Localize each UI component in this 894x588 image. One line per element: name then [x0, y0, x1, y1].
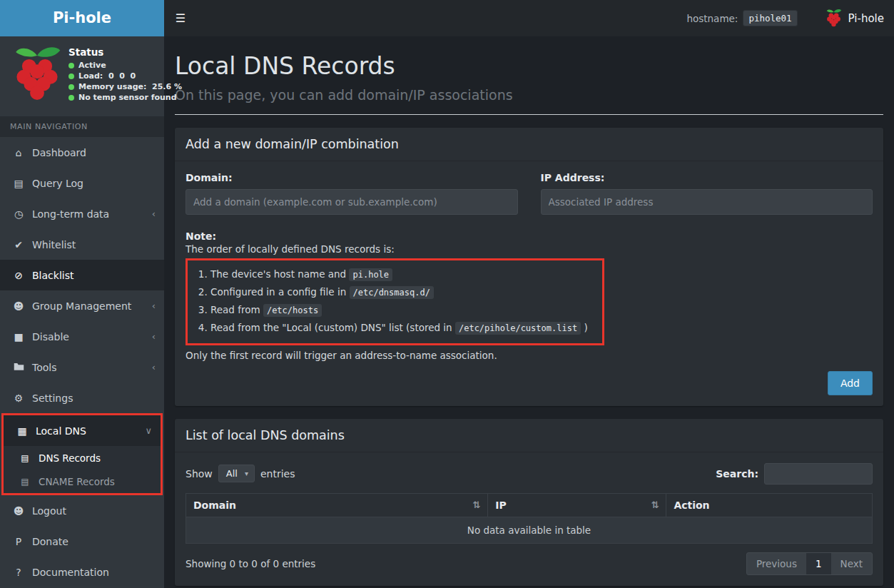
- sidebar-item-dashboard[interactable]: ⌂ Dashboard: [0, 137, 164, 168]
- sidebar-item-local-dns[interactable]: ▦ Local DNS ∨: [4, 415, 161, 446]
- table-info: Showing 0 to 0 of 0 entries: [186, 558, 315, 569]
- code-dnsmasq-dir: /etc/dnsmasq.d/: [350, 286, 434, 299]
- sidebar-item-query-log[interactable]: ▤ Query Log: [0, 168, 164, 198]
- status-panel: Status Active Load: 0 0 0 Memory usage: …: [0, 36, 164, 113]
- domain-input[interactable]: [186, 189, 518, 215]
- note-title: Note:: [186, 230, 873, 242]
- sidebar-item-label: Long-term data: [32, 208, 152, 220]
- page-subtitle: On this page, you can add domain/IP asso…: [175, 87, 883, 103]
- pihole-raspberry-icon: [825, 9, 843, 28]
- sidebar-item-disable[interactable]: ■ Disable ‹: [0, 321, 164, 352]
- add-domain-card-body: Domain: IP Address: Note: The order of l…: [175, 161, 883, 406]
- dns-order-list: The device's host name and pi.hole Confi…: [210, 265, 588, 337]
- add-button[interactable]: Add: [828, 371, 873, 395]
- sidebar-item-label: Group Management: [32, 300, 152, 312]
- sidebar-item-label: Disable: [32, 331, 152, 343]
- sidebar-item-logout[interactable]: ☻ Logout: [0, 495, 164, 526]
- domain-label: Domain:: [186, 172, 518, 183]
- status-temp: No temp sensor found: [68, 93, 182, 102]
- search-input[interactable]: [764, 463, 873, 485]
- ban-icon: ⊘: [10, 270, 27, 281]
- note-intro: The order of locally defined DNS records…: [186, 243, 873, 255]
- dns-list-card-title: List of local DNS domains: [175, 419, 883, 452]
- sidebar-item-label: Blacklist: [32, 270, 156, 281]
- entries-length-control: Show All ▾ entries: [186, 465, 295, 482]
- page-title: Local DNS Records: [175, 52, 883, 80]
- add-domain-card-title: Add a new domain/IP combination: [175, 128, 883, 161]
- sidebar-item-label: Local DNS: [36, 425, 145, 437]
- paypal-icon: P: [10, 536, 27, 547]
- local-dns-submenu: ▤ DNS Records ▤ CNAME Records: [4, 446, 161, 493]
- sidebar-item-label: Settings: [32, 392, 156, 404]
- dns-order-item: Read from /etc/hosts: [210, 301, 588, 319]
- hamburger-icon: ☰: [176, 11, 186, 25]
- sidebar-item-cname-records[interactable]: ▤ CNAME Records: [4, 470, 161, 493]
- empty-table-message: No data available in table: [186, 517, 873, 543]
- sidebar-item-group-management[interactable]: ☻ Group Management ‹: [0, 290, 164, 321]
- column-header-ip[interactable]: IP ⇅: [488, 493, 666, 517]
- entries-select-value: All: [226, 468, 238, 479]
- annotation-local-dns-box: ▦ Local DNS ∨ ▤ DNS Records ▤ CNAME Reco…: [1, 413, 163, 495]
- note-footer: Only the first record will trigger an ad…: [186, 350, 873, 361]
- product-name: Pi-hole: [848, 12, 884, 25]
- status-title: Status: [68, 46, 182, 58]
- previous-page-button[interactable]: Previous: [747, 553, 806, 574]
- column-header-action: Action: [666, 493, 873, 517]
- sidebar-item-settings[interactable]: ⚙ Settings: [0, 382, 164, 413]
- sort-icon: ⇅: [472, 500, 480, 510]
- page-number-1[interactable]: 1: [806, 553, 831, 574]
- status-dot-icon: [68, 84, 74, 90]
- search-label: Search:: [716, 468, 758, 480]
- search-control: Search:: [716, 463, 873, 485]
- chevron-left-icon: ‹: [152, 362, 156, 372]
- sidebar-item-label: CNAME Records: [39, 476, 115, 487]
- sidebar-toggle-button[interactable]: ☰: [164, 0, 197, 36]
- ip-address-input[interactable]: [541, 189, 873, 215]
- folder-icon: [10, 362, 27, 373]
- table-controls: Show All ▾ entries Search:: [186, 463, 873, 485]
- dns-order-item: Configured in a config file in /etc/dnsm…: [210, 283, 588, 301]
- brand-logo[interactable]: Pi-hole: [0, 0, 164, 36]
- sidebar-item-label: Donate: [32, 536, 156, 547]
- topbar-right: hostname: pihole01 Pi-hole: [686, 0, 884, 36]
- pagination: Previous 1 Next: [746, 552, 873, 575]
- status-dot-icon: [68, 74, 74, 79]
- sidebar-item-documentation[interactable]: ? Documentation: [0, 557, 164, 587]
- sidebar-item-whitelist[interactable]: ✔ Whitelist: [0, 229, 164, 260]
- logout-user-icon: ☻: [10, 505, 27, 517]
- sort-icon: ⇅: [651, 500, 659, 510]
- temp-sensor-icon: [68, 95, 74, 101]
- sidebar-item-label: Tools: [32, 362, 152, 373]
- clock-icon: ◷: [10, 208, 27, 220]
- address-book-icon: ▦: [14, 425, 31, 437]
- ip-address-label: IP Address:: [541, 172, 873, 183]
- code-custom-list: /etc/pihole/custom.list: [455, 322, 581, 335]
- sidebar-item-tools[interactable]: Tools ‹: [0, 352, 164, 382]
- column-header-domain[interactable]: Domain ⇅: [186, 493, 488, 517]
- status-list: Status Active Load: 0 0 0 Memory usage: …: [68, 45, 182, 106]
- dns-records-table: Domain ⇅ IP ⇅ Action: [186, 493, 873, 544]
- sidebar-item-label: DNS Records: [39, 452, 101, 464]
- status-load: Load: 0 0 0: [68, 71, 182, 81]
- status-memory: Memory usage: 25.6 %: [68, 82, 182, 91]
- dns-order-item: Read from the "Local (custom) DNS" list …: [210, 319, 588, 337]
- caret-down-icon: ▾: [245, 470, 248, 477]
- content-header: Local DNS Records On this page, you can …: [175, 36, 883, 115]
- top-navbar: Pi-hole ☰ hostname: pihole01 Pi-hole: [0, 0, 894, 36]
- next-page-button[interactable]: Next: [831, 553, 872, 574]
- sidebar-item-dns-records[interactable]: ▤ DNS Records: [4, 446, 161, 470]
- code-pi-hole: pi.hole: [349, 268, 392, 281]
- sidebar-item-donate[interactable]: P Donate: [0, 526, 164, 557]
- chevron-left-icon: ‹: [152, 208, 156, 219]
- sidebar-item-label: Query Log: [32, 178, 156, 189]
- pihole-logo: [10, 45, 68, 106]
- sidebar-item-label: Documentation: [32, 567, 156, 578]
- dns-list-card: List of local DNS domains Show All ▾ ent…: [175, 419, 883, 586]
- sidebar-item-blacklist[interactable]: ⊘ Blacklist: [0, 260, 164, 290]
- cname-records-icon: ▤: [16, 477, 34, 487]
- hostname-label: hostname:: [686, 13, 738, 24]
- entries-select[interactable]: All ▾: [218, 465, 255, 482]
- sidebar-item-long-term-data[interactable]: ◷ Long-term data ‹: [0, 198, 164, 229]
- gears-icon: ⚙: [10, 392, 27, 404]
- dns-order-item: The device's host name and pi.hole: [210, 265, 588, 283]
